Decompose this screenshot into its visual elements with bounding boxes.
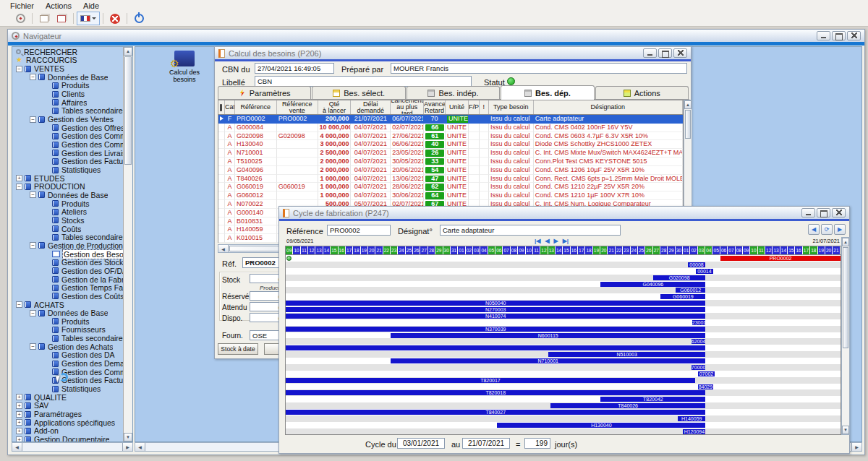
expander-plus-icon[interactable]: +	[16, 175, 22, 181]
navigator-compass-button[interactable]	[12, 12, 29, 25]
tree-item-gestion-de-production[interactable]: −Gestion de Production	[13, 241, 123, 250]
tree-item-tables-secondaires[interactable]: Tables secondaires	[13, 107, 123, 116]
tree-item-statistiques[interactable]: Statistiques	[13, 165, 123, 174]
tree-item-parametrages[interactable]: +Paramétrages	[13, 410, 123, 418]
tree-item-ateliers[interactable]: Ateliers	[13, 207, 123, 216]
tree-item-donnees-de-base[interactable]: −Données de Base	[13, 309, 123, 317]
expander-plus-icon[interactable]: +	[16, 436, 22, 441]
table-row-t840026[interactable]: AT8400261 000,00004/07/202113/06/202147U…	[218, 175, 683, 184]
expander-minus-icon[interactable]: −	[30, 343, 36, 350]
menu-item-actions[interactable]: Actions	[40, 1, 77, 10]
expander-minus-icon[interactable]: −	[30, 191, 36, 198]
expander-minus-icon[interactable]: −	[30, 116, 36, 123]
gantt-bar-h130040[interactable]: H130040	[497, 423, 705, 428]
tree-item-gestion-temps-fabrication[interactable]: Gestion Temps Fabrication	[13, 283, 123, 292]
scroll-down-icon[interactable]: ▼	[842, 426, 849, 434]
table-row-n710001[interactable]: AN7100012 500,00004/07/202123/05/202126U…	[218, 149, 683, 158]
gantt-bar-23001[interactable]: 23001	[692, 320, 706, 325]
maximize-icon[interactable]	[832, 31, 846, 40]
tree-item-gestion-des-demandes-de-p[interactable]: Gestion des Demandes de P	[13, 359, 123, 368]
gantt-bar-t820017[interactable]: T820017	[286, 378, 695, 383]
last-page-icon[interactable]: ▶|	[563, 237, 569, 246]
tree-item-add-on[interactable]: +Add-on	[13, 427, 123, 436]
scrollbar-thumb[interactable]	[843, 247, 848, 348]
cycle-start-field[interactable]: 03/01/2021	[397, 438, 445, 449]
tree-item-produits[interactable]: Produits	[13, 317, 123, 326]
gantt-bar-84029[interactable]: 84029	[698, 384, 713, 389]
gantt-bar-07002[interactable]: 07002	[698, 371, 715, 376]
gantt-bar-h140059[interactable]: H140059	[678, 416, 705, 421]
desktop-icon-calcul-des-besoins[interactable]: ⚙ Calcul des besoins	[161, 51, 208, 83]
gantt-bar-70000[interactable]: 70000	[692, 365, 706, 370]
close-icon[interactable]	[673, 48, 687, 58]
tree-item-gestion-des-commandes-ou[interactable]: Gestion des Commandes Ou	[13, 132, 123, 141]
cbn-date-field[interactable]: 27/04/2021 16:49:05	[255, 63, 334, 74]
gantt-bar-h120094[interactable]: H120094	[683, 429, 705, 434]
gantt-bar-t840027[interactable]: T840027	[286, 410, 705, 415]
previous-button[interactable]: ◀	[808, 224, 820, 235]
tree-item-raccourcis[interactable]: RACCOURCIS	[13, 56, 123, 65]
gantt-vertical-scrollbar[interactable]: ▲ ▼	[841, 237, 850, 435]
expander-plus-icon[interactable]: +	[16, 419, 22, 426]
next-button[interactable]: ▶	[834, 224, 846, 235]
restore-icon[interactable]	[817, 208, 830, 217]
tree-item-gestion-des-couts[interactable]: Gestion des Coûts	[13, 292, 123, 301]
gantt-bar-g040096[interactable]: G040096	[600, 282, 705, 287]
cascade-windows-button[interactable]	[35, 12, 53, 25]
tab-actions[interactable]: Actions	[595, 86, 689, 99]
tree-item-gestion-des-stocks[interactable]: Gestion des Stocks	[13, 258, 123, 267]
p206-titlebar[interactable]: Calcul des besoins (P206)	[215, 47, 691, 59]
gantt-bar-n270003[interactable]: N270003	[286, 307, 705, 312]
gantt-bar-n410074[interactable]: N410074	[286, 314, 705, 319]
gantt-bar-t840026[interactable]: T840026	[550, 403, 706, 408]
cycle-end-field[interactable]: 21/07/2021	[462, 438, 510, 449]
tab-bes-select[interactable]: Bes. sélect.	[312, 86, 405, 99]
close-app-button[interactable]	[106, 12, 124, 25]
table-row-g060019[interactable]: AG060019G0600191 000,00004/07/202128/06/…	[218, 183, 683, 191]
close-icon[interactable]	[832, 208, 846, 217]
tree-item-fournisseurs[interactable]: Fournisseurs	[13, 326, 123, 335]
gantt-bar-pro0002[interactable]: PRO0002	[720, 256, 841, 261]
tree-item-couts[interactable]: Coûts	[13, 225, 123, 233]
tree-item-gestion-des-offres[interactable]: Gestion des Offres	[13, 124, 123, 132]
tree-item-gestion-des-ventes[interactable]: −Gestion des Ventes	[13, 115, 123, 124]
tree-item-donnees-de-base[interactable]: −Données de Base	[13, 73, 123, 82]
menu-item-fichier[interactable]: Fichier	[4, 1, 40, 10]
table-row-h130040[interactable]: AH1300403 000,00004/07/202106/06/202140U…	[218, 140, 683, 149]
power-button[interactable]	[130, 12, 148, 25]
tree-item-produits[interactable]: Produits	[13, 199, 123, 208]
tree-item-gestion-documentaire[interactable]: +Gestion Documentaire	[13, 435, 123, 441]
tree-item-gestion-des-of-da[interactable]: Gestion des OF/DA	[13, 267, 123, 275]
navigator-titlebar[interactable]: Navigateur	[8, 30, 864, 42]
gantt-bar-g060012[interactable]: G060012	[676, 288, 705, 293]
prepare-par-field[interactable]: MOURER Francis	[391, 63, 687, 74]
gantt-bar-n710001[interactable]: N710001	[391, 358, 705, 363]
expander-plus-icon[interactable]: +	[16, 428, 22, 434]
tree-item-produits[interactable]: Produits	[13, 82, 123, 90]
tree-item-rechercher[interactable]: RECHERCHER	[13, 48, 123, 56]
language-select-button[interactable]	[77, 12, 100, 25]
menu-item-aide[interactable]: Aide	[77, 1, 105, 10]
expander-plus-icon[interactable]: +	[16, 411, 22, 418]
scrollbar-thumb[interactable]	[685, 110, 691, 139]
table-row-g000084[interactable]: AG00008410 000,00004/07/202102/07/202166…	[218, 124, 683, 132]
first-page-icon[interactable]: |◀	[535, 237, 540, 246]
tree-item-tables-secondaires[interactable]: Tables secondaires	[13, 233, 123, 241]
tree-item-clients[interactable]: Clients	[13, 90, 123, 98]
p247-titlebar[interactable]: Cycle de fabrication (P247)	[279, 207, 849, 219]
close-icon[interactable]	[847, 31, 861, 40]
tab-bes-indep[interactable]: Bes. indép.	[407, 86, 500, 99]
table-row-g060012[interactable]: AG0600121 000,00004/07/202130/06/202164U…	[218, 191, 683, 200]
tree-item-gestion-des-factures[interactable]: Gestion des Factures	[13, 158, 123, 166]
scrollbar-thumb[interactable]	[124, 56, 132, 165]
next-page-icon[interactable]: ▶	[554, 237, 558, 246]
gantt-bar-t820042[interactable]: T820042	[600, 397, 705, 402]
tree-item-gestion-des-da[interactable]: Gestion des DA	[13, 351, 123, 360]
gantt-bar-00008[interactable]: 00008	[688, 262, 706, 267]
tree-item-affaires[interactable]: Affaires	[13, 98, 123, 107]
table-row-pro0002[interactable]: FPRO0002PRO0002200,00021/07/202106/07/20…	[218, 115, 683, 124]
gantt-bar-n600115[interactable]: N600115	[391, 333, 705, 338]
gantt-bar-g060019[interactable]: G060019	[660, 294, 705, 299]
expander-minus-icon[interactable]: −	[30, 74, 36, 80]
gantt-bar-00014[interactable]: 00014	[696, 269, 713, 274]
